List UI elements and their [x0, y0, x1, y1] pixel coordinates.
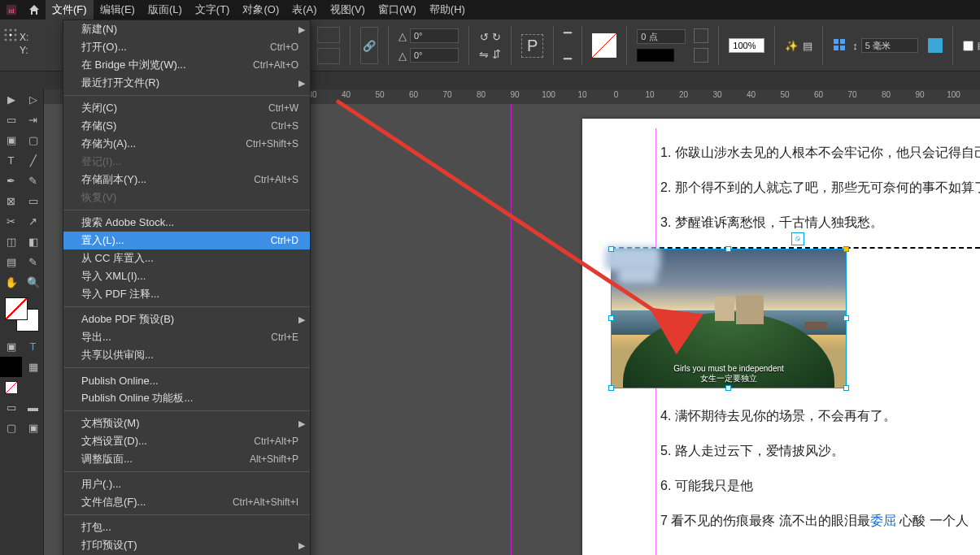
free-transform-tool-icon[interactable]: ↗ [22, 211, 44, 232]
height-field[interactable] [317, 48, 340, 64]
content-collector-icon[interactable]: ▣ [0, 130, 22, 150]
menu-编辑[interactable]: 编辑(E) [94, 0, 142, 20]
menu-窗口[interactable]: 窗口(W) [372, 0, 423, 20]
menu-item[interactable]: 从 CC 库置入... [63, 249, 310, 267]
anchor-marker-icon[interactable] [791, 232, 804, 245]
auto-checkbox[interactable]: 自 [963, 39, 980, 53]
screen-mode-2-icon[interactable]: ▣ [22, 418, 44, 438]
menu-item[interactable]: 打印预设(T)▶ [63, 536, 310, 554]
direct-selection-tool-icon[interactable]: ▷ [22, 89, 44, 110]
align-top-icon[interactable]: ▔ [564, 32, 572, 44]
stroke-weight-field[interactable] [637, 29, 686, 44]
menu-item-label: 从 CC 库置入... [81, 251, 298, 266]
hand-tool-icon[interactable]: ✋ [0, 272, 22, 293]
menu-文件[interactable]: 文件(F) [46, 0, 94, 20]
scissors-tool-icon[interactable]: ✂ [0, 211, 22, 232]
view-mode-preview-icon[interactable]: ▬ [22, 397, 44, 418]
menu-帮助[interactable]: 帮助(H) [423, 0, 472, 20]
text-wrap-icon[interactable]: ▤ [803, 40, 812, 52]
menu-对象[interactable]: 对象(O) [236, 0, 285, 20]
flip-h-icon[interactable]: ⇋ [479, 48, 489, 61]
fill-stroke-swatch[interactable] [5, 297, 39, 332]
menu-item[interactable]: 导入 PDF 注释... [63, 285, 310, 303]
menu-item-label: 文档预设(M) [81, 416, 298, 431]
gap-tool-icon[interactable]: ⇥ [22, 110, 44, 130]
apply-none-icon[interactable] [0, 377, 22, 397]
menu-表[interactable]: 表(A) [285, 0, 323, 20]
screen-mode-icon[interactable]: ▢ [0, 418, 22, 438]
rotate-ccw-icon[interactable]: ↺ [480, 31, 489, 43]
menu-item[interactable]: 导出...Ctrl+E [63, 328, 310, 346]
fill-none-swatch[interactable] [592, 33, 616, 58]
reference-point-icon[interactable] [3, 28, 18, 63]
note-tool-icon[interactable]: ▤ [0, 252, 22, 272]
menu-item[interactable]: 搜索 Adobe Stock... [63, 214, 310, 232]
swatch-square-icon[interactable] [694, 48, 708, 63]
menu-item[interactable]: 导入 XML(I)... [63, 267, 310, 285]
page-tool-icon[interactable]: ▭ [0, 110, 22, 130]
blue-square-icon[interactable] [928, 38, 943, 53]
stroke-style-dropdown[interactable] [637, 49, 674, 62]
swatch-none-icon[interactable] [694, 28, 708, 43]
menu-item[interactable]: 关闭(C)Ctrl+W [63, 99, 310, 117]
menu-item[interactable]: 新建(N)▶ [63, 20, 310, 38]
zoom-tool-icon[interactable]: 🔍 [22, 272, 44, 293]
menu-item[interactable]: Adobe PDF 预设(B)▶ [63, 310, 310, 328]
menu-item[interactable]: 共享以供审阅... [63, 346, 310, 364]
rectangle-tool-icon[interactable]: ▭ [22, 191, 44, 211]
pen-tool-icon[interactable]: ✒ [0, 171, 22, 191]
home-icon[interactable] [23, 0, 46, 20]
menu-视图[interactable]: 视图(V) [324, 0, 372, 20]
gradient-feather-tool-icon[interactable]: ◧ [22, 232, 44, 252]
opacity-field[interactable] [729, 38, 764, 53]
menu-item[interactable]: 存储(S)Ctrl+S [63, 117, 310, 135]
ruler-tick: 60 [814, 90, 823, 99]
width-field[interactable] [317, 27, 340, 43]
rotate-cw-icon[interactable]: ↻ [492, 31, 501, 43]
grid-icon[interactable] [833, 38, 847, 53]
menu-item[interactable]: 存储副本(Y)...Ctrl+Alt+S [63, 171, 310, 189]
menu-item: 恢复(V) [63, 189, 310, 206]
selection-tool-icon[interactable]: ▶ [0, 89, 22, 110]
svg-rect-14 [840, 46, 845, 50]
menu-item[interactable]: 用户(.)... [63, 475, 310, 493]
view-mode-normal-icon[interactable]: ▭ [0, 397, 22, 418]
menu-item[interactable]: 调整版面...Alt+Shift+P [63, 450, 310, 468]
type-tool-icon[interactable]: T [0, 150, 22, 171]
hyperlink[interactable]: 委屈 [870, 514, 896, 527]
flip-v-icon[interactable]: ⇵ [492, 48, 501, 61]
menu-item[interactable]: 存储为(A)...Ctrl+Shift+S [63, 135, 310, 153]
menu-item[interactable]: 文件信息(F)...Ctrl+Alt+Shift+I [63, 493, 310, 511]
link-icon[interactable]: 🔗 [360, 27, 378, 64]
menu-item[interactable]: 打开(O)...Ctrl+O [63, 38, 310, 56]
pencil-tool-icon[interactable]: ✎ [22, 171, 44, 191]
svg-point-5 [5, 34, 7, 37]
formatting-container-icon[interactable]: ▣ [0, 336, 22, 357]
gradient-swatch-tool-icon[interactable]: ◫ [0, 232, 22, 252]
effects-icon[interactable]: ✨ [785, 40, 798, 52]
align-bottom-icon[interactable]: ▁ [564, 47, 572, 59]
shear-field[interactable] [410, 48, 459, 63]
menu-item-label: 存储为(A)... [81, 137, 246, 151]
menu-版面[interactable]: 版面(L) [142, 0, 189, 20]
menu-item[interactable]: 在 Bridge 中浏览(W)...Ctrl+Alt+O [63, 56, 310, 74]
menu-文字[interactable]: 文字(T) [189, 0, 237, 20]
menu-item[interactable]: 文档预设(M)▶ [63, 414, 310, 432]
menu-item[interactable]: 打包... [63, 518, 310, 536]
menu-item[interactable]: 置入(L)...Ctrl+D [63, 232, 310, 249]
formatting-text-icon[interactable]: T [22, 336, 44, 357]
menu-item[interactable]: 文档设置(D)...Ctrl+Alt+P [63, 432, 310, 450]
rotation-field[interactable] [410, 28, 459, 43]
menu-item[interactable]: Publish Online 功能板... [63, 389, 310, 407]
apply-color-icon[interactable] [0, 357, 22, 377]
menu-item[interactable]: Publish Online... [63, 371, 310, 389]
content-placer-icon[interactable]: ▢ [22, 130, 44, 150]
paragraph-mark-icon[interactable]: P [521, 34, 543, 58]
rectangle-frame-tool-icon[interactable]: ⊠ [0, 191, 22, 211]
line-tool-icon[interactable]: ╱ [22, 150, 44, 171]
grid-gap-field[interactable] [861, 38, 918, 53]
menu-item[interactable]: 最近打开文件(R)▶ [63, 74, 310, 92]
eyedropper-tool-icon[interactable]: ✎ [22, 252, 44, 272]
file-menu-dropdown[interactable]: 新建(N)▶打开(O)...Ctrl+O在 Bridge 中浏览(W)...Ct… [63, 20, 311, 555]
apply-gradient-icon[interactable]: ▦ [22, 357, 44, 377]
